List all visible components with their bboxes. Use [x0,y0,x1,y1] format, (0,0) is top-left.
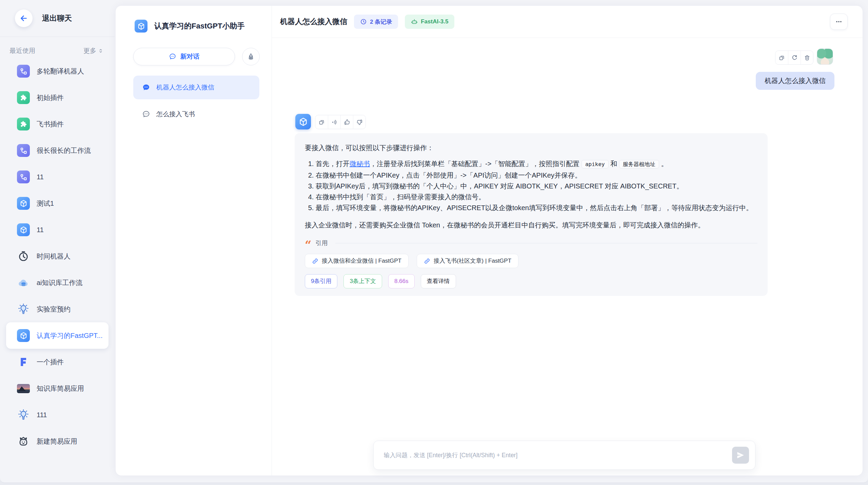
copy-icon [318,119,325,125]
sidebar-item-long-workflow[interactable]: 很长很长的工作流 [6,137,108,164]
answer-step-3: 获取到APIKey后，填写到微秘书的「个人中心」中，APIKEY 对应 AIBO… [316,181,757,191]
model-badge: FastAI-3.5 [405,15,454,29]
sidebar-item-label: 时间机器人 [37,252,71,261]
copy-icon [778,55,785,61]
copy-response-button[interactable] [315,115,328,129]
citations-count-badge[interactable]: 9条引用 [305,274,337,288]
citation-chips: 接入微信和企业微信 | FastGPT 接入飞书(社区文章) | FastGPT [305,254,757,268]
app-list: 多轮翻译机器人 初始插件 飞书插件 很长很长的工作流 11 [0,58,115,454]
inline-code-server-root: 服务器根地址 [619,160,659,168]
exit-chat-button[interactable] [15,9,33,27]
citation-section-label: 引用 [316,238,328,248]
chat-bubble-icon [169,53,176,60]
records-badge-label: 2 条记录 [370,18,392,26]
app-title-row: 认真学习的FastGPT小助手 [135,20,272,33]
history-item-feishu[interactable]: 怎么接入飞书 [133,102,259,126]
sidebar-item-label: 认真学习的FastGPT... [37,331,102,340]
clear-history-button[interactable] [242,48,260,65]
chat-more-menu-button[interactable] [830,14,848,30]
sidebar-item-initial-plugin[interactable]: 初始插件 [6,84,108,111]
citation-chip-label: 接入微信和企业微信 | FastGPT [322,256,401,266]
retry-message-button[interactable] [788,51,801,64]
sidebar-item-lab-booking[interactable]: 实验室预约 [6,296,108,322]
sort-chevrons-icon [98,48,104,54]
link-icon [312,258,318,264]
sidebar-item-111[interactable]: 111 [6,402,108,428]
sidebar-item-fastgpt-assistant-active[interactable]: 认真学习的FastGPT... [6,322,108,349]
sidebar-item-label: 初始插件 [37,93,64,102]
trash-icon [804,55,810,61]
sidebar-item-11-workflow[interactable]: 11 [6,164,108,190]
more-apps-button[interactable]: 更多 [83,46,104,55]
delete-message-button[interactable] [801,51,813,64]
user-message-toolbar [775,50,813,65]
robot-icon [17,435,30,448]
model-badge-label: FastAI-3.5 [421,18,448,25]
assistant-avatar [295,114,311,129]
context-count-badge[interactable]: 3条上下文 [343,274,382,288]
puzzle-icon [17,91,30,104]
sidebar-header: 退出聊天 [0,0,115,37]
exit-chat-label: 退出聊天 [42,13,72,23]
history-item-wechat[interactable]: 机器人怎么接入微信 [133,76,259,99]
sidebar-item-label: 很长很长的工作流 [37,146,91,155]
sidebar-item-kb-simple-app[interactable]: 知识库简易应用 [6,375,108,402]
sidebar-item-label: 飞书插件 [37,120,64,129]
workflow-icon [17,170,30,183]
cube-icon [298,117,308,127]
fastgpt-logo-icon [17,356,30,368]
chat-header: 机器人怎么接入微信 2 条记录 FastAI-3.5 [272,6,863,38]
sidebar-item-label: 111 [37,411,47,419]
lightbulb-icon [17,408,30,421]
answer-step-1: 首先，打开微秘书，注册登录后找到菜单栏「基础配置」->「智能配置」，按照指引配置… [316,158,757,170]
read-aloud-button[interactable] [328,115,340,129]
panel-actions: 新对话 [133,48,260,65]
app-panel: 认真学习的FastGPT小助手 新对话 机器人怎么接入微信 [116,6,272,476]
view-details-button[interactable]: 查看详情 [421,274,456,288]
message-input[interactable] [384,452,732,459]
answer-note: 接入企业微信时，还需要购买企业微信 Token，在微秘书的会员开通栏目中自行购买… [305,220,757,230]
sidebar-item-time-robot[interactable]: 时间机器人 [6,243,108,269]
workflow-icon [17,144,30,157]
answer-steps-list: 首先，打开微秘书，注册登录后找到菜单栏「基础配置」->「智能配置」，按照指引配置… [305,158,757,213]
answer-intro: 要接入微信，可以按照以下步骤进行操作： [305,142,757,153]
user-avatar[interactable] [817,48,833,65]
sidebar-item-ai-kb-workflow[interactable]: ai知识库工作流 [6,269,108,296]
copy-message-button[interactable] [775,51,788,64]
fastgpt-chat-app: 退出聊天 最近使用 更多 多轮翻译机器人 初始插件 [0,0,868,485]
chat-bubble-icon [142,110,150,118]
sidebar-item-a-plugin[interactable]: 一个插件 [6,349,108,375]
citation-chip-feishu[interactable]: 接入飞书(社区文章) | FastGPT [417,254,518,268]
cube-icon [17,329,30,342]
citation-chip-label: 接入飞书(社区文章) | FastGPT [434,256,511,266]
assistant-message-card: 要接入微信，可以按照以下步骤进行操作： 首先，打开微秘书，注册登录后找到菜单栏「… [295,133,768,296]
send-icon [736,451,745,460]
cube-icon [17,197,30,210]
sidebar-item-11-cube[interactable]: 11 [6,217,108,243]
robot-icon [411,18,418,25]
cube-icon [17,223,30,236]
cloud-database-icon [17,276,30,289]
sidebar-item-label: ai知识库工作流 [37,278,83,287]
main-card: 认真学习的FastGPT小助手 新对话 机器人怎么接入微信 [115,5,863,476]
history-item-label: 机器人怎么接入微信 [156,83,214,92]
thumbs-down-button[interactable] [353,115,366,129]
app-cube-icon [135,20,147,33]
sidebar-item-multi-turn-translator[interactable]: 多轮翻译机器人 [6,58,108,84]
assistant-message-toolbar [315,115,366,129]
chat-bubble-icon [142,83,150,92]
citation-section-header: “ 引用 [305,237,757,249]
sidebar-item-test1[interactable]: 测试1 [6,190,108,217]
sidebar-item-feishu-plugin[interactable]: 飞书插件 [6,111,108,137]
arrow-left-icon [19,14,28,23]
lightbulb-icon [17,303,30,316]
sidebar-item-new-simple-app[interactable]: 新建简易应用 [6,428,108,454]
new-chat-button[interactable]: 新对话 [133,48,235,65]
puzzle-icon [17,118,30,130]
sidebar-item-label: 知识库简易应用 [37,384,84,393]
speaker-icon [331,119,338,125]
citation-chip-wechat[interactable]: 接入微信和企业微信 | FastGPT [305,254,409,268]
weimishu-link[interactable]: 微秘书 [350,160,370,167]
send-button[interactable] [732,447,749,464]
thumbs-up-button[interactable] [340,115,353,129]
